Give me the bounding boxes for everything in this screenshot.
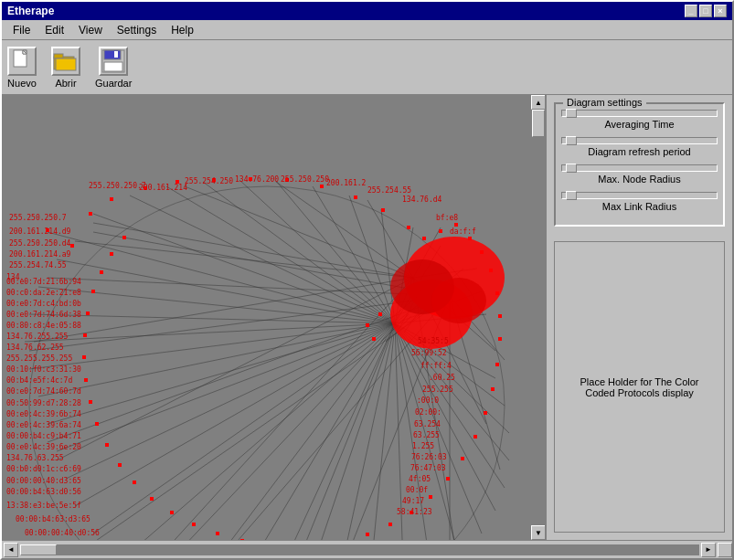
svg-rect-109 bbox=[498, 314, 502, 318]
svg-rect-142 bbox=[122, 236, 126, 239]
node-radius-label: Max. Node Radius bbox=[561, 174, 718, 185]
guardar-button[interactable]: Guardar bbox=[95, 47, 132, 89]
svg-rect-99 bbox=[354, 195, 357, 199]
svg-rect-96 bbox=[249, 177, 252, 181]
nuevo-button[interactable]: Nuevo bbox=[7, 47, 37, 89]
refresh-period-label: Diagram refresh period bbox=[561, 146, 718, 157]
svg-line-76 bbox=[48, 278, 450, 296]
svg-line-24 bbox=[148, 323, 395, 540]
svg-line-44 bbox=[203, 182, 395, 323]
svg-line-47 bbox=[313, 186, 395, 323]
maximize-button[interactable]: □ bbox=[699, 5, 712, 17]
svg-line-45 bbox=[239, 180, 395, 323]
svg-rect-90 bbox=[70, 244, 74, 248]
svg-rect-120 bbox=[366, 533, 369, 536]
resize-grip[interactable] bbox=[718, 543, 732, 557]
title-bar: Etherape _ □ × bbox=[2, 2, 732, 20]
svg-rect-144 bbox=[378, 312, 382, 316]
svg-line-18 bbox=[48, 323, 395, 424]
menu-bar: File Edit View Settings Help bbox=[2, 20, 732, 40]
save-disk-icon bbox=[99, 47, 128, 76]
window-title: Etherape bbox=[7, 5, 54, 17]
averaging-time-thumb[interactable] bbox=[566, 109, 577, 118]
diagram-settings-group: Diagram settings Averaging Time Diagram … bbox=[554, 102, 725, 227]
menu-file[interactable]: File bbox=[5, 22, 37, 38]
svg-rect-110 bbox=[498, 337, 502, 341]
svg-rect-116 bbox=[446, 477, 450, 481]
averaging-time-row: Averaging Time bbox=[561, 110, 718, 130]
h-scroll-left[interactable]: ◄ bbox=[4, 543, 18, 557]
menu-help[interactable]: Help bbox=[164, 22, 201, 38]
h-scroll-track bbox=[20, 544, 699, 555]
svg-rect-119 bbox=[388, 523, 392, 526]
svg-rect-115 bbox=[461, 457, 464, 460]
svg-line-20 bbox=[66, 323, 395, 479]
svg-rect-94 bbox=[176, 180, 179, 184]
main-window: Etherape _ □ × File Edit View Settings H… bbox=[0, 0, 734, 560]
svg-rect-7 bbox=[104, 50, 121, 59]
close-button[interactable]: × bbox=[714, 5, 727, 17]
main-content: 255.250.250.7 200.161.214.d9 255.250.250… bbox=[2, 95, 732, 540]
averaging-time-slider[interactable] bbox=[561, 110, 718, 117]
svg-rect-5 bbox=[56, 58, 76, 70]
svg-rect-100 bbox=[381, 208, 385, 212]
link-radius-label: Max Link Radius bbox=[561, 201, 718, 212]
scroll-down-button[interactable]: ▼ bbox=[531, 525, 545, 540]
title-bar-buttons: _ □ × bbox=[685, 5, 727, 17]
svg-rect-91 bbox=[89, 212, 92, 216]
svg-line-26 bbox=[221, 323, 395, 540]
svg-rect-103 bbox=[439, 229, 442, 233]
abrir-label: Abrir bbox=[55, 78, 76, 89]
refresh-period-slider[interactable] bbox=[561, 137, 718, 144]
svg-line-56 bbox=[93, 223, 413, 278]
network-svg bbox=[2, 95, 545, 540]
svg-line-30 bbox=[367, 323, 395, 540]
refresh-period-thumb[interactable] bbox=[566, 136, 577, 145]
svg-rect-140 bbox=[100, 270, 103, 274]
svg-line-41 bbox=[93, 214, 395, 323]
canvas-scrollbar: ▲ ▼ bbox=[530, 95, 545, 540]
svg-rect-106 bbox=[480, 250, 484, 254]
link-radius-row: Max Link Radius bbox=[561, 192, 718, 212]
svg-rect-114 bbox=[473, 435, 477, 438]
svg-line-55 bbox=[75, 241, 413, 278]
right-panel: Diagram settings Averaging Time Diagram … bbox=[545, 95, 732, 540]
abrir-button[interactable]: Abrir bbox=[51, 47, 80, 89]
svg-rect-104 bbox=[454, 223, 458, 227]
svg-rect-127 bbox=[192, 523, 196, 526]
svg-line-33 bbox=[395, 323, 459, 540]
svg-rect-95 bbox=[212, 178, 216, 182]
link-radius-slider[interactable] bbox=[561, 192, 718, 199]
h-scroll-thumb[interactable] bbox=[20, 544, 57, 555]
svg-line-78 bbox=[48, 296, 450, 442]
svg-rect-136 bbox=[82, 355, 86, 359]
svg-point-88 bbox=[431, 278, 486, 323]
guardar-label: Guardar bbox=[95, 78, 132, 89]
svg-rect-118 bbox=[410, 511, 413, 514]
open-folder-icon bbox=[51, 47, 80, 76]
toolbar: Nuevo Abrir Guardar bbox=[2, 40, 732, 95]
node-radius-slider[interactable] bbox=[561, 164, 718, 172]
link-radius-thumb[interactable] bbox=[566, 191, 577, 200]
svg-point-10 bbox=[29, 186, 505, 540]
node-radius-row: Max. Node Radius bbox=[561, 164, 718, 185]
svg-rect-137 bbox=[83, 333, 87, 337]
menu-edit[interactable]: Edit bbox=[37, 22, 71, 38]
menu-view[interactable]: View bbox=[71, 22, 110, 38]
svg-rect-133 bbox=[95, 422, 99, 426]
minimize-button[interactable]: _ bbox=[685, 5, 697, 17]
averaging-time-label: Averaging Time bbox=[561, 119, 718, 130]
h-scroll-right[interactable]: ► bbox=[701, 543, 716, 557]
diagram-settings-title: Diagram settings bbox=[563, 97, 646, 108]
svg-line-17 bbox=[38, 323, 395, 396]
menu-settings[interactable]: Settings bbox=[110, 22, 164, 38]
svg-rect-141 bbox=[110, 252, 113, 256]
svg-line-22 bbox=[93, 323, 395, 534]
scroll-up-button[interactable]: ▲ bbox=[531, 95, 545, 110]
node-radius-thumb[interactable] bbox=[566, 164, 577, 173]
svg-rect-143 bbox=[366, 323, 369, 327]
svg-rect-107 bbox=[489, 269, 493, 272]
svg-rect-9 bbox=[104, 62, 122, 71]
svg-line-14 bbox=[29, 314, 395, 323]
scroll-thumb[interactable] bbox=[532, 110, 545, 137]
